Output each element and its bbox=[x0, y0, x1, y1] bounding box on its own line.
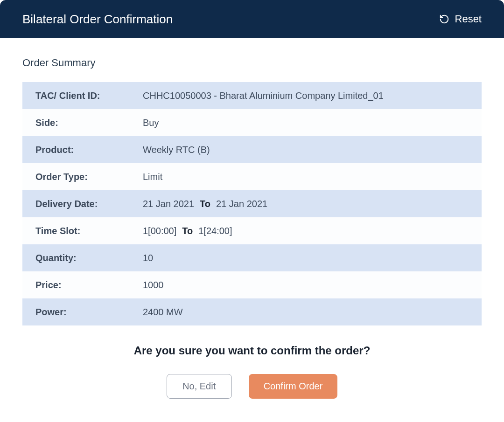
table-row: Side:Buy bbox=[22, 109, 482, 136]
button-row: No, Edit Confirm Order bbox=[22, 374, 482, 399]
range-to: 1[24:00] bbox=[198, 226, 232, 236]
confirm-order-button[interactable]: Confirm Order bbox=[249, 374, 338, 399]
range-from: 21 Jan 2021 bbox=[143, 199, 194, 209]
table-row: Product:Weekly RTC (B) bbox=[22, 136, 482, 163]
order-confirmation-dialog: Bilateral Order Confirmation Reset Order… bbox=[0, 0, 504, 422]
row-label: Time Slot: bbox=[22, 217, 130, 244]
confirm-question: Are you sure you want to confirm the ord… bbox=[22, 344, 482, 357]
range-separator: To bbox=[200, 199, 210, 209]
reset-button[interactable]: Reset bbox=[439, 13, 482, 25]
row-label: Order Type: bbox=[22, 163, 130, 190]
table-row: Order Type:Limit bbox=[22, 163, 482, 190]
dialog-content: Order Summary TAC/ Client ID:CHHC1005000… bbox=[0, 38, 504, 417]
order-summary-table: TAC/ Client ID:CHHC10050003 - Bharat Alu… bbox=[22, 82, 482, 325]
reset-icon bbox=[439, 14, 449, 24]
row-value: Limit bbox=[130, 163, 482, 190]
row-value: CHHC10050003 - Bharat Aluminium Company … bbox=[130, 82, 482, 109]
range-to: 21 Jan 2021 bbox=[216, 199, 267, 209]
range-separator: To bbox=[182, 226, 193, 236]
row-label: TAC/ Client ID: bbox=[22, 82, 130, 109]
row-value: 10 bbox=[130, 244, 482, 271]
confirm-section: Are you sure you want to confirm the ord… bbox=[22, 344, 482, 399]
row-label: Product: bbox=[22, 136, 130, 163]
row-value: Weekly RTC (B) bbox=[130, 136, 482, 163]
no-edit-button[interactable]: No, Edit bbox=[167, 374, 232, 399]
row-value: 2400 MW bbox=[130, 298, 482, 325]
row-label: Power: bbox=[22, 298, 130, 325]
row-value: 21 Jan 2021To21 Jan 2021 bbox=[130, 190, 482, 217]
table-row: Power:2400 MW bbox=[22, 298, 482, 325]
row-label: Quantity: bbox=[22, 244, 130, 271]
section-title: Order Summary bbox=[22, 57, 482, 69]
row-label: Delivery Date: bbox=[22, 190, 130, 217]
table-row: Delivery Date:21 Jan 2021To21 Jan 2021 bbox=[22, 190, 482, 217]
row-label: Side: bbox=[22, 109, 130, 136]
reset-label: Reset bbox=[455, 13, 482, 25]
table-row: TAC/ Client ID:CHHC10050003 - Bharat Alu… bbox=[22, 82, 482, 109]
range-from: 1[00:00] bbox=[143, 226, 176, 236]
row-value: 1000 bbox=[130, 271, 482, 298]
page-title: Bilateral Order Confirmation bbox=[22, 12, 173, 27]
row-label: Price: bbox=[22, 271, 130, 298]
table-row: Price:1000 bbox=[22, 271, 482, 298]
table-row: Time Slot:1[00:00]To1[24:00] bbox=[22, 217, 482, 244]
table-row: Quantity:10 bbox=[22, 244, 482, 271]
dialog-header: Bilateral Order Confirmation Reset bbox=[0, 0, 504, 38]
row-value: 1[00:00]To1[24:00] bbox=[130, 217, 482, 244]
row-value: Buy bbox=[130, 109, 482, 136]
